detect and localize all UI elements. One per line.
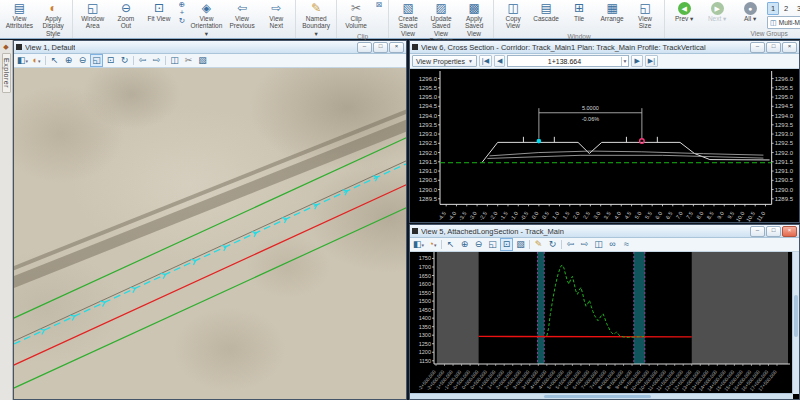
svg-text:1295.0: 1295.0 [775, 94, 794, 100]
view-toggle-2[interactable]: 2 [780, 2, 792, 15]
view-5-long-section: View 5, AttachedLongSection - Track_Main… [409, 224, 800, 400]
svg-text:1250: 1250 [419, 341, 431, 347]
graph-icon[interactable]: ≈ [620, 238, 633, 251]
clip-volume-button[interactable]: ✂Clip Volume [340, 0, 372, 32]
svg-text:1294.0: 1294.0 [419, 113, 438, 119]
view-next-button[interactable]: ⇨View Next [260, 0, 292, 32]
element-info-icon[interactable]: ↖ [444, 238, 457, 251]
view-next-icon[interactable]: ⇨ [150, 54, 163, 67]
ribbon-group-presentation: ▤View Attributes◐Apply Display StylePres… [0, 0, 73, 38]
view-toggle-3[interactable]: 3 [793, 2, 800, 15]
map-canvas[interactable] [14, 68, 406, 399]
station-previous-button[interactable]: ◀ [494, 55, 505, 67]
view6-title: View 6, Cross Section - Corridor: Track_… [421, 43, 706, 52]
svg-text:1293.0: 1293.0 [775, 131, 794, 137]
fit-view-icon[interactable]: ⊡ [104, 54, 117, 67]
create-saved-view-button[interactable]: ▧Create Saved View [392, 0, 424, 39]
view-group-combo[interactable]: ◫Multi-Model Views▼ [767, 16, 800, 29]
rotate-view-icon[interactable]: ↻ [177, 17, 187, 25]
view1-title-bar[interactable]: View 1, Default – □ × [14, 41, 406, 54]
copy-view-icon[interactable]: ◫ [592, 238, 605, 251]
zoom-in-icon[interactable]: ⊕ [62, 54, 75, 67]
view5-minimize-button[interactable]: – [750, 226, 765, 237]
rotate-view-icon[interactable]: ↻ [546, 238, 559, 251]
window-area-button[interactable]: ◱Window Area [76, 0, 108, 32]
adjust-brightness-icon[interactable]: ◔▾ [426, 238, 439, 252]
view-properties-button[interactable]: View Properties ▼ [412, 55, 477, 67]
station-input[interactable] [508, 57, 620, 66]
view-size-button[interactable]: ◱View Size [629, 0, 661, 32]
view-previous-icon[interactable]: ⇦ [136, 54, 149, 67]
create-saved-view-icon: ▧ [402, 2, 413, 15]
view5-title-bar[interactable]: View 5, AttachedLongSection - Track_Main… [410, 225, 799, 238]
named-boundary-icon[interactable]: ✎ [532, 238, 545, 251]
view-previous-icon[interactable]: ⇦ [564, 238, 577, 251]
update-saved-view-icon: ▨ [435, 2, 446, 15]
view5-vertical-scrollbar[interactable] [792, 252, 799, 394]
small-tools-column: ⊠ [373, 0, 385, 10]
saved-view-icon[interactable]: ▧ [196, 54, 209, 67]
zoom-out-button[interactable]: ⊖Zoom Out [110, 0, 142, 32]
design-profile [479, 336, 692, 337]
zoom-in-icon[interactable]: ⊕ [458, 238, 471, 251]
rotate-view-icon[interactable]: ↻ [118, 54, 131, 67]
apply-display-style-icon[interactable]: ◐▾ [30, 54, 43, 68]
next-button[interactable]: ▶Next ▾ [701, 0, 733, 24]
view-display-mode-icon[interactable]: ◧▾ [16, 54, 29, 68]
copy-view-button[interactable]: ◫Copy View [497, 0, 529, 32]
fit-view-icon[interactable]: ⊡ [500, 238, 513, 251]
cascade-button[interactable]: ▤Cascade [530, 0, 562, 24]
view1-maximize-button[interactable]: □ [373, 42, 388, 53]
svg-text:1292.0: 1292.0 [419, 150, 438, 156]
fit-view-button[interactable]: ⊡Fit View [143, 0, 175, 24]
link-icon[interactable]: ∞ [606, 238, 619, 251]
view-orientation-button[interactable]: ◈View Orientation ▾ [189, 0, 224, 39]
long-section-canvas[interactable]: 1750170016501600155015001450140013501300… [410, 252, 799, 399]
named-boundary-button[interactable]: ✎Named Boundary ▾ [299, 0, 333, 39]
chevron-down-icon[interactable]: ▼ [621, 57, 629, 66]
named-boundary-icon: ✎ [311, 2, 321, 15]
zoom-out-icon[interactable]: ⊖ [472, 238, 485, 251]
view-window-icon [16, 44, 22, 50]
clip-mask-icon[interactable]: ⊠ [374, 1, 384, 9]
apply-display-style-button[interactable]: ◐Apply Display Style [37, 0, 70, 39]
view-attributes-button[interactable]: ▤View Attributes [3, 0, 36, 32]
station-last-button[interactable]: ▶| [645, 55, 658, 67]
zoom-out-icon[interactable]: ⊖ [76, 54, 89, 67]
button-label: Apply Display Style [40, 15, 67, 37]
svg-text:1294.0: 1294.0 [775, 113, 794, 119]
cross-section-canvas[interactable]: 1296.01296.01295.51295.51295.01295.01294… [410, 69, 799, 222]
view5-close-button[interactable]: × [782, 226, 797, 237]
svg-text:1294.5: 1294.5 [775, 103, 794, 109]
explorer-panel[interactable]: ◆ Explorer [0, 40, 13, 400]
button-label: Next ▾ [708, 15, 726, 22]
view5-horizontal-scrollbar[interactable] [410, 393, 793, 399]
prev-button[interactable]: ◀Prev ▾ [668, 0, 700, 24]
view1-close-button[interactable]: × [389, 42, 404, 53]
element-info-icon[interactable]: ↖ [48, 54, 61, 67]
station-next-button[interactable]: ▶ [631, 55, 642, 67]
window-area-icon[interactable]: ◱ [90, 54, 103, 67]
tile-button[interactable]: ⊞Tile [563, 0, 595, 24]
apply-saved-view-button[interactable]: ▩Apply Saved View [458, 0, 490, 39]
arrange-button[interactable]: ▦Arrange [596, 0, 628, 24]
explorer-tab-label[interactable]: Explorer [2, 53, 11, 93]
view1-minimize-button[interactable]: – [357, 42, 372, 53]
view5-maximize-button[interactable]: □ [766, 226, 781, 237]
view-previous-button[interactable]: ⇦View Previous [225, 0, 259, 32]
window-area-icon[interactable]: ◱ [486, 238, 499, 251]
view6-close-button[interactable]: × [782, 42, 797, 53]
clip-volume-icon[interactable]: ✂ [182, 54, 195, 67]
saved-view-icon[interactable]: ▧ [514, 238, 527, 251]
view6-minimize-button[interactable]: – [750, 42, 765, 53]
view6-maximize-button[interactable]: □ [766, 42, 781, 53]
view6-title-bar[interactable]: View 6, Cross Section - Corridor: Track_… [410, 41, 799, 54]
svg-text:1294.5: 1294.5 [419, 103, 438, 109]
view-next-icon[interactable]: ⇨ [578, 238, 591, 251]
view-toggle-1[interactable]: 1 [767, 2, 779, 15]
station-first-button[interactable]: |◀ [479, 55, 492, 67]
ribbon-group-tools: ◱Window Area⊖Zoom Out⊡Fit View⊕+↻◈View O… [73, 0, 296, 38]
all-button[interactable]: ●All ▾ [734, 0, 766, 24]
view-display-mode-icon[interactable]: ◧▾ [412, 238, 425, 252]
copy-view-icon[interactable]: ◫ [168, 54, 181, 67]
